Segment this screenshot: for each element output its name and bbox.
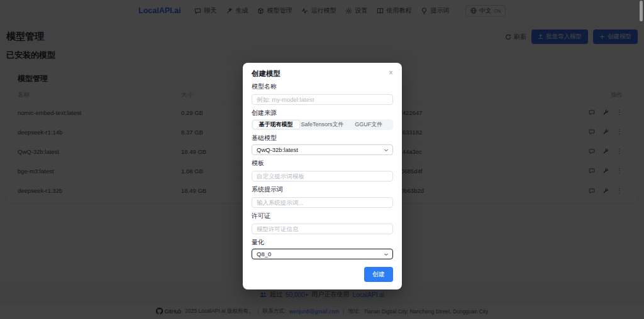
license-input[interactable] (252, 224, 393, 234)
system-prompt-label: 系统提示词 (252, 185, 393, 194)
license-label: 许可证 (252, 212, 393, 220)
template-input[interactable] (252, 171, 393, 181)
close-icon[interactable]: × (389, 69, 393, 77)
base-model-select[interactable]: QwQ-32b:latest (252, 144, 393, 155)
create-model-modal: 创建模型 × 模型名称 创建来源 基于现有模型 SafeTensors文件 GG… (243, 63, 402, 289)
modal-title: 创建模型 (252, 69, 280, 78)
chevron-down-icon (384, 148, 389, 153)
model-name-label: 模型名称 (252, 82, 393, 91)
quantization-select[interactable]: Q8_0 (252, 249, 393, 259)
tab-gguf-file[interactable]: GGUF文件 (345, 121, 392, 129)
quantization-value: Q8_0 (257, 251, 271, 257)
quantization-label: 量化 (252, 238, 393, 247)
tab-from-existing-model[interactable]: 基于现有模型 (253, 121, 299, 129)
scrollbar-thumb[interactable] (640, 1, 643, 21)
template-label: 模板 (252, 159, 393, 168)
base-model-label: 基础模型 (252, 134, 393, 143)
create-submit-button[interactable]: 创建 (364, 267, 393, 282)
tab-safetensors-file[interactable]: SafeTensors文件 (299, 121, 346, 129)
base-model-value: QwQ-32b:latest (257, 146, 298, 153)
create-source-label: 创建来源 (252, 109, 393, 117)
chevron-down-icon (384, 252, 389, 257)
create-source-tabs: 基于现有模型 SafeTensors文件 GGUF文件 (252, 119, 393, 130)
model-name-input[interactable] (252, 94, 393, 105)
system-prompt-input[interactable] (252, 197, 393, 208)
